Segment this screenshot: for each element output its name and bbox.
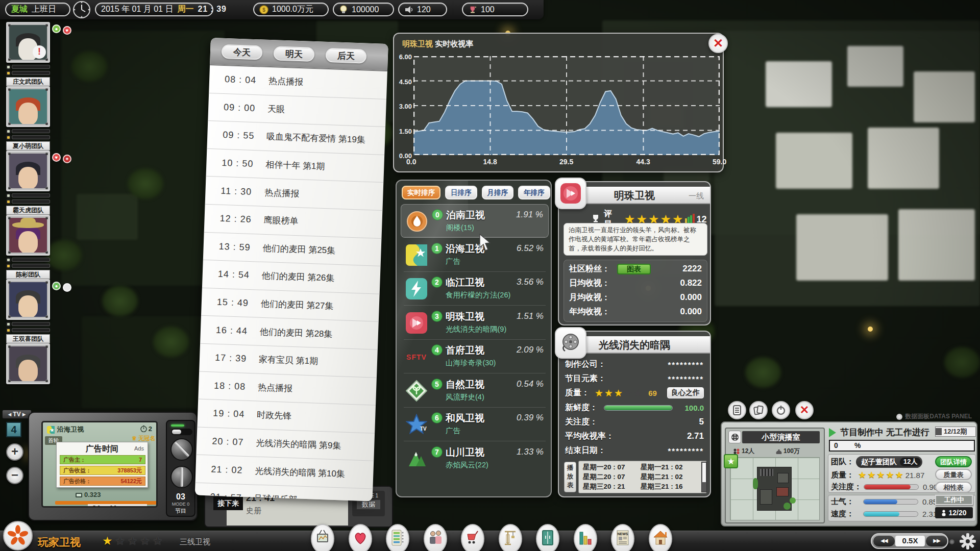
room-map[interactable] [730,457,820,520]
team-name-pill[interactable]: 赵子萱团队12人 [856,456,922,468]
quality-badge[interactable]: 良心之作 [667,387,704,398]
now-playing: 广告 [446,257,460,266]
station-name: 临江卫视 [446,276,484,289]
power-icon[interactable] [772,401,790,419]
player-station-logo[interactable] [3,521,33,550]
speed-up-button[interactable]: ▶▶ [926,536,947,546]
schedule-tab-1[interactable]: 明天 [274,46,315,62]
toolbar-tv-button[interactable] [311,524,334,551]
toolbar-equipment-button[interactable] [536,524,559,551]
production-status: 节目制作中 无工作进行 [829,427,929,438]
tv-toggle[interactable] [171,429,192,435]
station-icon-sftv: SFTV [406,346,427,367]
schedule-tab-0[interactable]: 今天 [222,44,263,60]
ranking-row[interactable]: 3 明珠卫视 1.51 % 光线消失的暗隅(9) [401,306,549,340]
affinity-table-button[interactable]: 相性表 [935,482,972,493]
awards-value: 100 [481,5,495,14]
ranking-tab-2[interactable]: 月排序 [482,186,514,199]
settings-gear-icon[interactable] [959,532,977,550]
station-name: 和风卫视 [446,412,484,425]
toolbar-heart-button[interactable] [349,524,372,551]
team-status-bars [6,129,50,140]
team-card[interactable]: 王双喜团队 [6,279,50,343]
status-badge [63,283,71,292]
toolbar-program-list-button[interactable] [386,524,409,551]
team-card[interactable]: 霸天虎团队●● [6,151,50,215]
station-stat-row: 年均收视： 0.000 [569,306,702,317]
cards-tab-icon[interactable] [749,401,768,419]
ranking-row[interactable]: 5 自然卫视 0.54 % 风流野史(4) [401,374,549,408]
morale-bar [863,499,918,505]
chart-button[interactable]: 图表 [617,264,651,274]
playlist-row: 星期二20 : 07星期二21 : 02 [583,472,698,482]
channel-up-button[interactable]: + [6,443,23,461]
audience-value: 120 [417,5,431,14]
schedule-tab-2[interactable]: 后天 [325,48,366,64]
ranking-tab-3[interactable]: 年排序 [518,186,550,199]
room-name: 小型演播室 [742,431,820,443]
heart-icon [353,530,368,547]
studio-room-card[interactable]: 小型演播室 12人 100万 ★ [725,428,825,523]
list-tab-icon[interactable] [728,401,746,419]
close-panel-icon[interactable]: ✕ [795,401,814,419]
room-star-badge: ★ [724,454,738,468]
team-card[interactable]: 陈彬团队 [6,215,50,279]
working-status-tag: 工作中 [935,495,973,505]
team-detail-button[interactable]: 团队详情 [935,456,972,467]
rank-number: 1 [431,243,443,254]
toolbar-staff-button[interactable] [424,524,447,551]
speed-bar [863,511,918,517]
speed-down-button[interactable]: ◀◀ [873,536,895,546]
ranking-row[interactable]: 1 沿海卫视 6.52 % 广告 [401,238,549,272]
close-icon[interactable]: ✕ [708,34,728,53]
ranking-row[interactable]: SFTV 4 首府卫视 2.09 % 山海珍奇录(30) [401,340,549,373]
ranking-row[interactable]: 0 泊南卫视 1.91 % 阁楼(15) [401,204,549,238]
toolbar-stats-button[interactable] [574,524,597,551]
tv-channel-number[interactable]: 4 [6,422,21,437]
tv-knob-volume[interactable] [170,438,193,461]
station-info-panel: 明珠卫视 一线 评星 ★★★★★ 12 泊南卫视一直是行业的领头羊，风向标。被称… [558,181,711,325]
schedule-time: 20 : 07 [212,436,256,448]
ranking-row[interactable]: 7 山川卫视 1.33 % 赤焰风云(22) [401,442,549,475]
toolbar-news-button[interactable]: NEWS [611,524,634,551]
station-icon-plant [406,380,427,402]
schedule-time: 12 : 26 [219,213,264,226]
equipment-icon [541,530,554,548]
ranking-row[interactable]: TV 6 和风卫视 0.39 % 广告 [401,408,549,441]
ranking-tab-0[interactable]: 实时排序 [402,186,440,199]
date-pill: 2015 年 01 月 01 日 周一 21：39 [95,3,213,16]
toolbar-building-button[interactable] [649,524,672,551]
ranking-panel: 实时排序日排序月排序年排序 0 泊南卫视 1.91 % 阁楼(15) 1 沿海卫… [396,180,552,497]
ranking-row[interactable]: 2 临江卫视 3.56 % 食用柠檬的方法(26) [401,272,549,306]
playlist-scrollbar[interactable] [701,462,707,492]
skill-bar-icon [6,129,11,134]
status-badge: ● [52,24,61,33]
tv-station-bar: ★ 沿海卫视 [47,425,84,434]
mood-bar-icon [6,71,11,76]
tv-screen: ★ 沿海卫视 2 首轮 ♕ 无冠名 广告时间 Ads 广告主：7 广告收益：37… [41,421,158,508]
toolbar-shop-cart-button[interactable] [461,524,484,551]
schedule-time: 17 : 39 [215,353,259,365]
schedule-title: 天眼 [267,103,285,115]
team-card[interactable]: 夏小萌团队♥✦ [6,86,50,151]
tv-rating-readout: 0.323 [76,491,101,498]
skill-bar-icon [6,193,11,198]
now-playing: 广告 [446,426,460,436]
x-tick: 29.5 [559,158,573,166]
speed-label: 速度： [831,509,854,519]
team-card[interactable]: ! 庄文武团队●♥☺ [6,22,50,86]
quality-table-button[interactable]: 质量表 [935,469,972,480]
channel-down-button[interactable]: − [6,467,23,484]
toolbar-construction-button[interactable] [499,524,522,551]
tv-label: ◂ TV ▸ [2,410,32,419]
progress-unit: % [854,441,861,449]
speaker-icon [404,5,413,14]
schedule-title: 他们的麦田 第26集 [261,270,334,284]
team-card[interactable] [6,343,50,384]
status-badge: ♥ [63,26,71,35]
ranking-tab-1[interactable]: 日排序 [445,186,477,199]
power-light [171,424,184,427]
tv-knob-channel[interactable] [170,466,193,488]
attention-bar [864,484,919,490]
schedule-time: 14 : 54 [217,269,262,281]
